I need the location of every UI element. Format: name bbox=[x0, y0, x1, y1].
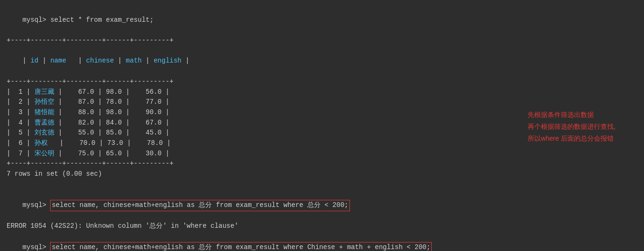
query2-highlighted: select name, chinese+math+english as 总分 … bbox=[50, 200, 349, 211]
table-top-border: +----+--------+---------+------+--------… bbox=[7, 36, 637, 46]
table-row-7: | 7 | 宋公明 | 75.0 | 65.0 | 30.0 | bbox=[7, 149, 637, 159]
prompt-2: mysql> bbox=[23, 201, 51, 209]
col-math: math bbox=[126, 57, 142, 64]
error-line: ERROR 1054 (42S22): Unknown column '总分' … bbox=[7, 221, 637, 232]
col-name: name bbox=[50, 57, 66, 64]
col-id: id bbox=[30, 57, 38, 64]
query-line-1: mysql> select * from exam_result; bbox=[7, 5, 637, 36]
annotation-block: 先根据条件筛选出数据 再个根据筛选的数据进行查找, 所以where 后面的总分会… bbox=[528, 109, 616, 145]
annotation-line-3: 所以where 后面的总分会报错 bbox=[528, 133, 616, 144]
col-english: english bbox=[154, 57, 182, 64]
col-chinese: chinese bbox=[86, 57, 114, 64]
prompt-3: mysql> bbox=[23, 243, 51, 251]
annotation-line-1: 先根据条件筛选出数据 bbox=[528, 109, 616, 121]
blank-line bbox=[7, 179, 637, 190]
prompt-1: mysql> bbox=[23, 16, 51, 24]
rows-7-info: 7 rows in set (0.00 sec) bbox=[7, 169, 637, 179]
query3-highlighted: select name, chinese+math+english as 总分 … bbox=[50, 242, 432, 251]
annotation-line-2: 再个根据筛选的数据进行查找, bbox=[528, 121, 616, 133]
table-row-1: | 1 | 唐三藏 | 67.0 | 98.0 | 56.0 | bbox=[7, 87, 637, 98]
cmd-1: select * from exam_result; bbox=[50, 16, 153, 24]
table-bottom-border: +----+--------+---------+------+--------… bbox=[7, 159, 637, 169]
query-line-3: mysql> select name, chinese+math+english… bbox=[7, 232, 637, 251]
query-line-2: mysql> select name, chinese+math+english… bbox=[7, 189, 637, 221]
table-sep-border: +----+--------+---------+------+--------… bbox=[7, 77, 637, 87]
terminal-window: mysql> select * from exam_result; +----+… bbox=[0, 0, 644, 251]
table-row-2: | 2 | 孙悟空 | 87.0 | 78.0 | 77.0 | bbox=[7, 97, 637, 108]
table-header-row: | id | name | chinese | math | english | bbox=[7, 46, 637, 77]
